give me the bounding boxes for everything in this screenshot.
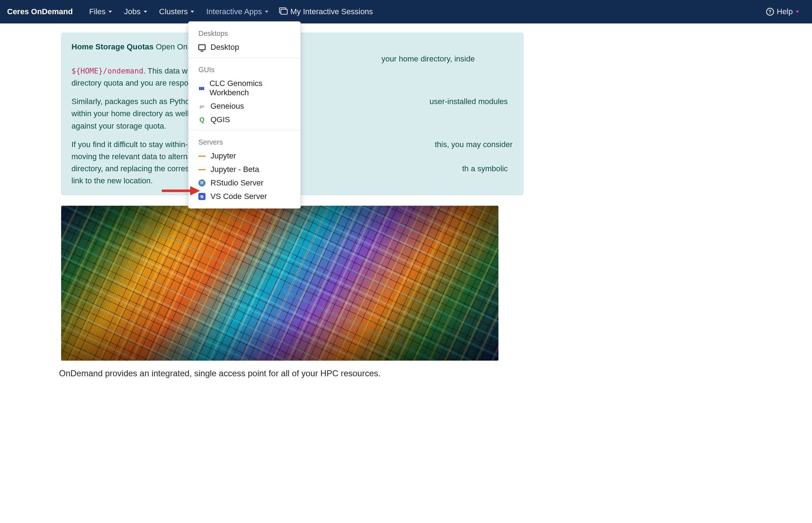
- menu-item-qgis[interactable]: Q QGIS: [188, 113, 300, 126]
- page-content: Home Storage Quotas Open OnDema XXXXXXXX…: [0, 33, 812, 378]
- tagline-text: OnDemand provides an integrated, single …: [59, 368, 812, 378]
- nav-jobs-label: Jobs: [124, 7, 140, 16]
- menu-item-rstudio[interactable]: R RStudio Server: [188, 176, 300, 190]
- nav-help[interactable]: ? Help: [760, 4, 805, 19]
- nav-right: ? Help: [760, 4, 805, 19]
- sessions-icon: [281, 9, 288, 15]
- menu-item-desktop[interactable]: Desktop: [188, 41, 300, 54]
- nav-clusters[interactable]: Clusters: [154, 4, 200, 19]
- nav-files[interactable]: Files: [84, 4, 118, 19]
- dropdown-header-servers: Servers: [188, 134, 300, 149]
- top-navbar: Ceres OnDemand Files Jobs Clusters Inter…: [0, 0, 812, 23]
- rstudio-icon: R: [198, 179, 205, 187]
- caret-down-icon: [191, 11, 194, 13]
- dropdown-divider: [188, 130, 300, 130]
- nav-interactive-apps-label: Interactive Apps: [206, 7, 262, 16]
- jupyter-icon: [198, 166, 205, 173]
- menu-item-label: QGIS: [210, 115, 230, 124]
- nav-help-label: Help: [777, 7, 793, 16]
- dropdown-divider: [188, 58, 300, 58]
- menu-item-geneious[interactable]: gn Geneious: [188, 99, 300, 113]
- nav-links: Files Jobs Clusters Interactive Apps My …: [84, 4, 760, 19]
- desktop-icon: [198, 44, 205, 51]
- nav-my-sessions[interactable]: My Interactive Sessions: [275, 4, 379, 19]
- menu-item-label: CLC Genomics Workbench: [209, 79, 290, 97]
- menu-item-label: Geneious: [210, 102, 244, 111]
- dropdown-header-guis: GUIs: [188, 61, 300, 77]
- caret-down-icon: [108, 11, 112, 13]
- brand-title[interactable]: Ceres OnDemand: [7, 7, 73, 16]
- menu-item-label: VS Code Server: [210, 192, 267, 201]
- menu-item-label: Jupyter - Beta: [210, 165, 259, 174]
- menu-item-label: RStudio Server: [210, 178, 263, 188]
- qgis-icon: Q: [198, 116, 205, 123]
- menu-item-label: Jupyter: [210, 151, 236, 161]
- nav-clusters-label: Clusters: [159, 7, 188, 16]
- geneious-icon: gn: [198, 103, 205, 110]
- alert-heading: Home Storage Quotas: [71, 42, 154, 51]
- caret-down-icon: [265, 11, 268, 13]
- nav-my-sessions-label: My Interactive Sessions: [290, 7, 373, 16]
- menu-item-label: Desktop: [210, 43, 239, 52]
- caret-down-icon: [796, 11, 799, 13]
- vscode-icon: ⧉: [198, 193, 205, 200]
- clc-icon: ▮▮▮: [198, 85, 204, 92]
- help-icon: ?: [766, 8, 774, 16]
- menu-item-clc[interactable]: ▮▮▮ CLC Genomics Workbench: [188, 77, 300, 99]
- menu-item-jupyter-beta[interactable]: Jupyter - Beta: [188, 163, 300, 176]
- menu-item-jupyter[interactable]: Jupyter: [188, 149, 300, 163]
- interactive-apps-dropdown: Desktops Desktop GUIs ▮▮▮ CLC Genomics W…: [188, 21, 301, 209]
- dropdown-header-desktops: Desktops: [188, 25, 300, 41]
- caret-down-icon: [144, 11, 147, 13]
- jupyter-icon: [198, 152, 205, 160]
- hero-image: [61, 206, 498, 361]
- nav-files-label: Files: [89, 7, 106, 16]
- menu-item-vscode[interactable]: ⧉ VS Code Server: [188, 190, 300, 203]
- nav-interactive-apps[interactable]: Interactive Apps: [201, 4, 274, 19]
- code-path: ${HOME}/ondemand: [71, 67, 143, 75]
- nav-jobs[interactable]: Jobs: [118, 4, 153, 19]
